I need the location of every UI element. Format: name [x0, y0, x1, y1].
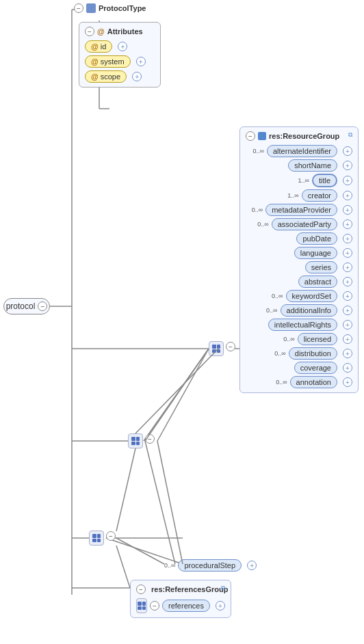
svg-line-11: [144, 349, 209, 441]
pill-references[interactable]: references: [162, 600, 210, 612]
compositor-bottom-minus[interactable]: −: [106, 531, 116, 541]
card-licensed: 0..∞: [283, 336, 294, 343]
at-prefix: @: [97, 27, 105, 36]
pill-associatedParty[interactable]: associatedParty: [272, 218, 337, 230]
card-annotation: 0..∞: [276, 379, 287, 386]
references-group-header: − res:ReferencesGroup ⧉: [136, 585, 225, 594]
protocol-label: protocol: [6, 301, 36, 311]
attr-scope-label: scope: [101, 72, 120, 81]
ref-link-icon: ⧉: [221, 585, 225, 592]
plus-language[interactable]: +: [343, 248, 352, 258]
card-keywordSet: 0..∞: [272, 293, 283, 299]
pill-creator[interactable]: creator: [302, 189, 337, 202]
attr-scope-pill[interactable]: @ scope: [85, 70, 127, 83]
plus-shortName[interactable]: +: [343, 161, 352, 170]
pill-title[interactable]: title: [312, 174, 337, 187]
compositor-ref-icon: [138, 602, 146, 610]
attributes-box: − @ Attributes @ id + @ system + @ scope: [79, 22, 161, 88]
elem-keywordSet-row: 0..∞ keywordSet +: [246, 290, 352, 302]
plus-additionalInfo[interactable]: +: [343, 306, 352, 315]
references-group-box: − res:ReferencesGroup ⧉ − references +: [130, 580, 231, 618]
compositor-ref-minus[interactable]: −: [150, 601, 159, 611]
card-creator: 1..∞: [287, 192, 298, 199]
plus-title[interactable]: +: [343, 176, 352, 185]
plus-metadataProvider[interactable]: +: [343, 205, 352, 215]
attr-id-pill[interactable]: @ id: [85, 40, 112, 53]
compositor-middle[interactable]: [128, 433, 143, 448]
pill-keywordSet[interactable]: keywordSet: [286, 290, 337, 302]
attr-system-pill[interactable]: @ system: [85, 55, 131, 68]
procedural-step-row: 0..∞ proceduralStep +: [164, 559, 257, 572]
elem-additionalInfo-row: 0..∞ additionalInfo +: [246, 304, 352, 317]
protocol-node[interactable]: protocol −: [3, 298, 50, 314]
card-distribution: 0..∞: [274, 350, 285, 357]
pill-shortName[interactable]: shortName: [288, 159, 337, 172]
plus-annotation[interactable]: +: [343, 377, 352, 387]
compositor-resource-minus[interactable]: −: [226, 342, 235, 351]
elem-metadataProvider-row: 0..∞ metadataProvider +: [246, 204, 352, 216]
plus-abstract[interactable]: +: [343, 277, 352, 286]
pill-intellectualRights[interactable]: intellectualRights: [268, 319, 337, 331]
pill-language[interactable]: language: [294, 247, 337, 259]
svg-line-21: [116, 538, 164, 564]
plus-associatedParty[interactable]: +: [343, 219, 352, 229]
elem-distribution-row: 0..∞ distribution +: [246, 347, 352, 360]
attr-system-plus[interactable]: +: [136, 57, 146, 66]
pill-abstract[interactable]: abstract: [298, 276, 337, 288]
plus-procedural-step[interactable]: +: [247, 561, 257, 570]
compositor-bottom[interactable]: [89, 531, 104, 546]
elem-licensed-row: 0..∞ licensed +: [246, 333, 352, 345]
pill-pubDate[interactable]: pubDate: [296, 232, 337, 245]
pill-coverage[interactable]: coverage: [294, 362, 337, 374]
attr-id-plus[interactable]: +: [118, 42, 127, 51]
collapse-resource-group[interactable]: −: [246, 131, 255, 141]
plus-keywordSet[interactable]: +: [343, 291, 352, 301]
plus-intellectualRights[interactable]: +: [343, 320, 352, 330]
pill-metadataProvider[interactable]: metadataProvider: [265, 204, 337, 216]
pill-annotation[interactable]: annotation: [290, 376, 337, 388]
attr-system-label: system: [101, 57, 125, 66]
compositor-bottom-icon: [92, 534, 101, 542]
resource-group-header: − res:ResourceGroup ⧉: [246, 131, 352, 141]
card-additionalInfo: 0..∞: [266, 307, 277, 314]
card-associatedParty: 0..∞: [257, 221, 268, 228]
elem-language-row: language +: [246, 247, 352, 259]
elem-abstract-row: abstract +: [246, 276, 352, 288]
collapse-protocol-type[interactable]: −: [74, 3, 83, 13]
card-alternateIdentifier: 0..∞: [253, 148, 264, 155]
compositor-middle-minus[interactable]: −: [145, 434, 155, 444]
plus-distribution[interactable]: +: [343, 349, 352, 358]
pill-series[interactable]: series: [305, 261, 337, 273]
svg-line-18: [135, 348, 219, 433]
plus-alternateIdentifier[interactable]: +: [343, 146, 352, 156]
collapse-attributes[interactable]: −: [85, 27, 94, 36]
elem-alternateIdentifier-row: 0..∞ alternateIdentifier +: [246, 145, 352, 157]
compositor-resource-group[interactable]: [209, 341, 224, 356]
attributes-label: Attributes: [107, 27, 143, 36]
pill-additionalInfo[interactable]: additionalInfo: [281, 304, 337, 317]
plus-series[interactable]: +: [343, 263, 352, 272]
attr-id-row: @ id +: [85, 40, 155, 53]
svg-line-23: [145, 441, 175, 564]
protocol-minus[interactable]: −: [38, 301, 47, 311]
plus-references[interactable]: +: [216, 601, 225, 611]
plus-coverage[interactable]: +: [343, 363, 352, 373]
elem-annotation-row: 0..∞ annotation +: [246, 376, 352, 388]
plus-licensed[interactable]: +: [343, 334, 352, 344]
svg-line-16: [157, 349, 209, 441]
resource-group-box: − res:ResourceGroup ⧉ 0..∞ alternateIden…: [239, 126, 359, 393]
pill-procedural-step[interactable]: proceduralStep: [178, 559, 242, 572]
references-group-label: res:ReferencesGroup: [151, 585, 229, 593]
plus-pubDate[interactable]: +: [343, 234, 352, 243]
pill-distribution[interactable]: distribution: [289, 347, 337, 360]
pill-alternateIdentifier[interactable]: alternateIdentifier: [267, 145, 337, 157]
compositor-references[interactable]: [136, 598, 147, 613]
attr-scope-plus[interactable]: +: [132, 72, 142, 81]
attr-system-row: @ system +: [85, 55, 155, 68]
resource-group-elements: 0..∞ alternateIdentifier + shortName + 1…: [246, 145, 352, 388]
protocol-type-label: ProtocolType: [99, 4, 146, 12]
plus-creator[interactable]: +: [343, 191, 352, 200]
collapse-references-group[interactable]: −: [136, 585, 146, 594]
card-procedural-step: 0..∞: [164, 562, 175, 569]
pill-licensed[interactable]: licensed: [298, 333, 337, 345]
